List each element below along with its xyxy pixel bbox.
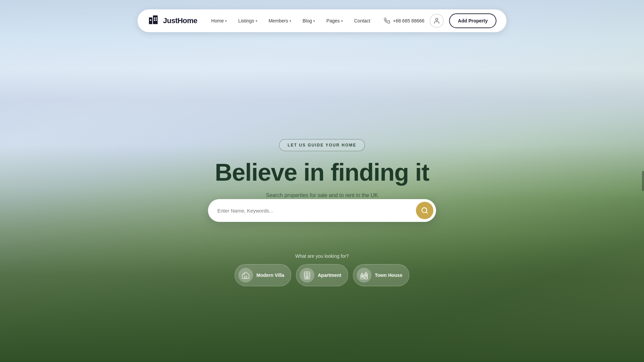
property-pill-apartment[interactable]: Apartment <box>296 264 348 286</box>
town-house-label: Town House <box>375 273 402 278</box>
search-button[interactable] <box>416 202 433 219</box>
nav-pages[interactable]: Pages ▾ <box>322 15 347 26</box>
nav-listings[interactable]: Listings ▾ <box>233 15 262 26</box>
svg-rect-26 <box>365 277 367 279</box>
phone-icon <box>384 18 390 24</box>
svg-rect-24 <box>365 275 366 276</box>
svg-rect-4 <box>156 17 157 19</box>
navbar: JustHome Home ▾ Listings ▾ Members ▾ Blo… <box>138 9 506 32</box>
hero-badge: LET US GUIDE YOUR HOME <box>279 139 365 151</box>
modern-villa-label: Modern Villa <box>256 273 284 278</box>
svg-rect-22 <box>361 276 362 277</box>
hero-title: Believe in finding it <box>188 159 456 186</box>
search-container <box>208 199 436 222</box>
chevron-down-icon: ▾ <box>313 19 315 23</box>
modern-villa-icon-wrap <box>238 268 253 283</box>
looking-for-label: What are you looking for? <box>234 253 409 259</box>
nav-members[interactable]: Members ▾ <box>264 15 296 26</box>
nav-right: +68 685 88666 Add Property <box>384 13 496 28</box>
svg-rect-6 <box>156 19 157 21</box>
apartment-label: Apartment <box>318 273 341 278</box>
user-account-button[interactable] <box>430 14 444 28</box>
phone-area[interactable]: +68 685 88666 <box>384 18 424 24</box>
svg-marker-21 <box>365 272 367 274</box>
chevron-down-icon: ▾ <box>289 19 291 23</box>
search-bar <box>208 199 436 222</box>
svg-rect-3 <box>154 17 155 19</box>
nav-links: Home ▾ Listings ▾ Members ▾ Blog ▾ Pages… <box>207 15 375 26</box>
apartment-icon-wrap <box>300 268 314 283</box>
svg-rect-23 <box>363 276 363 277</box>
town-house-icon-wrap <box>357 268 371 283</box>
apartment-icon <box>303 271 311 280</box>
phone-number: +68 685 88666 <box>393 18 424 23</box>
brand-name: JustHome <box>163 16 197 25</box>
svg-point-7 <box>436 18 438 21</box>
chevron-down-icon: ▾ <box>225 19 227 23</box>
town-house-icon <box>360 271 368 280</box>
chevron-down-icon: ▾ <box>341 19 343 23</box>
hero-subtitle: Search properties for sale and to rent i… <box>188 192 456 198</box>
scrollbar[interactable] <box>642 171 644 191</box>
add-property-button[interactable]: Add Property <box>449 13 496 28</box>
svg-marker-10 <box>243 272 249 279</box>
modern-villa-icon <box>241 271 250 280</box>
svg-rect-2 <box>150 19 151 21</box>
property-pill-modern-villa[interactable]: Modern Villa <box>234 264 291 286</box>
property-types-area: What are you looking for? Modern Villa <box>234 253 409 286</box>
svg-marker-19 <box>361 273 364 276</box>
svg-line-9 <box>426 212 427 213</box>
property-pill-town-house[interactable]: Town House <box>353 264 409 286</box>
search-icon <box>421 207 428 214</box>
svg-rect-5 <box>154 19 155 21</box>
nav-home[interactable]: Home ▾ <box>207 15 231 26</box>
svg-rect-25 <box>367 275 367 276</box>
chevron-down-icon: ▾ <box>256 19 257 23</box>
user-icon <box>433 17 440 24</box>
property-pills: Modern Villa Apartment <box>234 264 409 286</box>
logo-icon <box>148 15 160 27</box>
svg-rect-11 <box>245 276 247 279</box>
logo-area[interactable]: JustHome <box>148 15 197 27</box>
nav-contact[interactable]: Contact <box>350 15 375 26</box>
nav-blog[interactable]: Blog ▾ <box>298 15 320 26</box>
search-input[interactable] <box>217 208 416 214</box>
